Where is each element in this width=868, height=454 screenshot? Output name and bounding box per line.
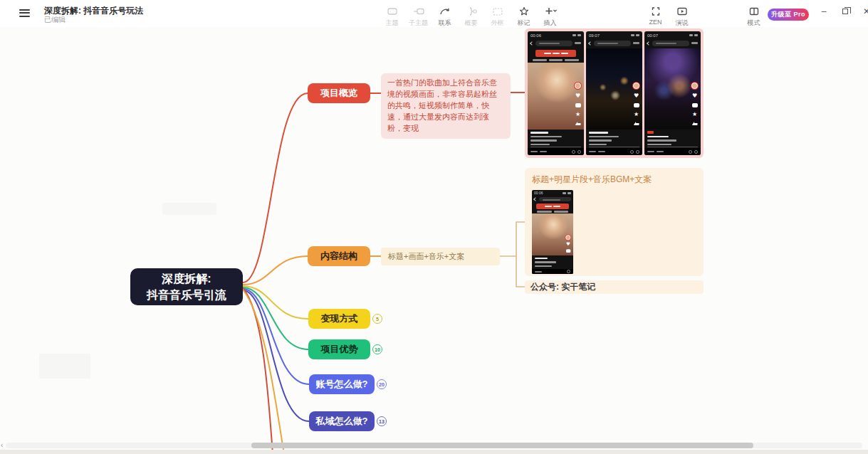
root-topic-line2: 抖音音乐号引流 <box>147 287 226 303</box>
toolbar-mode-group: 模式 <box>741 0 767 27</box>
comment-icon <box>566 249 570 253</box>
like-icon: ♥ <box>692 93 697 99</box>
phone-status-bar: 00:06 <box>530 33 581 38</box>
content-structure-detail-card[interactable]: 标题+明星片段+音乐BGM+文案 00:06 ♥ <box>525 168 704 276</box>
watermark <box>162 203 216 215</box>
progress-bar <box>530 147 581 147</box>
share-icon <box>692 122 698 125</box>
toolbar-marker-button[interactable]: 标记 <box>511 0 537 27</box>
phone-search-bar <box>589 40 639 46</box>
engagement-column: ♥ ★ <box>690 83 699 125</box>
avatar <box>565 235 570 240</box>
collapse-badge-advantages[interactable]: 10 <box>372 344 382 354</box>
back-icon <box>533 197 538 201</box>
like-icon: ♥ <box>566 243 570 247</box>
toolbar-subtopic-button[interactable]: 子主题 <box>405 0 432 27</box>
phone-screenshot-2[interactable]: 09:07 ♥ ★ <box>586 31 642 155</box>
topic-icon <box>386 6 399 17</box>
search-label-placeholder <box>691 42 698 44</box>
toolbar-main-group: 主题 子主题 联系 概要 外框 <box>379 0 563 27</box>
back-icon <box>530 41 534 46</box>
topic-content-structure[interactable]: 内容结构 <box>308 246 370 266</box>
toolbar-view-group: ZEN 演说 <box>642 0 695 27</box>
engagement-column: ♥ ★ <box>573 83 582 125</box>
phone-screenshot-1[interactable]: 00:06 ♥ ★ <box>528 31 584 155</box>
subtopic-icon <box>412 6 425 17</box>
phone-search-bar <box>534 196 571 201</box>
summary-icon <box>465 6 478 17</box>
collapse-badge-account[interactable]: 20 <box>377 379 387 389</box>
collapse-badge-monetization[interactable]: 5 <box>372 314 382 324</box>
upgrade-pro-button[interactable]: 升级至 Pro <box>768 9 809 21</box>
root-topic-line1: 深度拆解: <box>162 270 211 287</box>
window-restore-button[interactable] <box>837 4 853 19</box>
caption-lines <box>530 132 563 145</box>
play-icon <box>676 6 689 17</box>
search-pill <box>594 41 631 46</box>
relation-icon <box>439 6 451 17</box>
phone-bottom-bar <box>532 269 573 274</box>
toolbar-topic-button[interactable]: 主题 <box>379 0 405 27</box>
topic-monetization[interactable]: 变现方式 <box>308 309 370 329</box>
collapse-badge-private-domain[interactable]: 13 <box>377 416 387 426</box>
phone-search-bar <box>530 40 581 46</box>
comment-icon <box>634 103 639 107</box>
toolbar-relation-button[interactable]: 联系 <box>432 0 458 27</box>
topic-project-overview[interactable]: 项目概览 <box>308 83 370 103</box>
phone-status-bar: 00:07 <box>647 33 698 38</box>
signal-icons <box>563 192 571 194</box>
caption-lines <box>535 258 559 268</box>
phone-screenshot-detail[interactable]: 00:06 ♥ <box>532 190 573 274</box>
window-close-button[interactable]: ✕ <box>859 4 868 19</box>
note-content-structure[interactable]: 标题+画面+音乐+文案 <box>381 248 500 265</box>
topic-account-howto[interactable]: 账号怎么做? <box>309 374 375 394</box>
engagement-column: ♥ <box>565 235 572 253</box>
zen-brackets-icon <box>649 6 662 17</box>
note-project-overview[interactable]: 一首热门的歌曲加上符合音乐意境的视频画面，非常容易起粉丝的共鸣，短视频制作简单，… <box>381 73 511 139</box>
screenshot-card[interactable]: 00:06 ♥ ★ <box>525 28 704 158</box>
like-icon: ♥ <box>634 93 639 99</box>
toolbar-summary-button[interactable]: 概要 <box>458 0 484 27</box>
toolbar-insert-button[interactable]: 插入 <box>537 0 563 27</box>
phone-bottom-bar <box>528 148 584 155</box>
zen-mode-button[interactable]: ZEN <box>642 0 669 27</box>
text-placeholder <box>537 211 568 213</box>
scroll-left-arrow[interactable]: ‹ <box>1 441 3 449</box>
toolbar-boundary-button[interactable]: 外框 <box>484 0 511 27</box>
caption-lines <box>647 131 680 146</box>
scrollbar-thumb[interactable] <box>251 443 753 448</box>
comment-icon <box>692 103 698 107</box>
phone-bottom-bar <box>644 148 701 155</box>
topic-private-domain-howto[interactable]: 私域怎么做? <box>309 411 375 431</box>
present-button[interactable]: 演说 <box>669 0 695 27</box>
split-view-icon <box>748 6 760 17</box>
topic-project-advantages[interactable]: 项目优势 <box>308 339 370 359</box>
horizontal-scrollbar[interactable] <box>6 443 862 448</box>
back-icon <box>588 41 592 46</box>
phone-screenshot-3[interactable]: 00:07 ♥ ★ <box>644 31 701 155</box>
search-pill <box>535 41 572 46</box>
star-icon <box>518 6 530 17</box>
phone-status-bar: 00:06 <box>534 191 571 196</box>
phone-bottom-bar <box>586 148 642 155</box>
progress-bar <box>589 147 639 147</box>
engagement-column: ♥ ★ <box>632 83 641 125</box>
window-minimize-button[interactable]: – <box>816 4 832 19</box>
caption-red-tag <box>647 131 654 134</box>
favorite-icon: ★ <box>634 112 639 117</box>
like-icon: ♥ <box>575 93 580 99</box>
menu-icon[interactable] <box>19 9 30 17</box>
watermark <box>39 354 90 379</box>
progress-bar <box>647 147 698 147</box>
root-topic[interactable]: 深度拆解: 抖音音乐号引流 <box>130 268 243 305</box>
detail-card-title: 标题+明星片段+音乐BGM+文案 <box>532 174 696 186</box>
mode-button[interactable]: 模式 <box>741 0 767 27</box>
avatar <box>633 83 639 89</box>
mindmap-canvas[interactable]: 深度拆解: 抖音音乐号引流 项目概览 内容结构 变现方式 项目优势 账号怎么做?… <box>0 27 868 454</box>
comment-icon <box>575 103 581 107</box>
signal-icons <box>689 34 698 36</box>
note-official-account[interactable]: 公众号: 实干笔记 <box>525 280 704 294</box>
avatar <box>691 83 698 89</box>
boundary-icon <box>491 6 504 17</box>
phone-search-bar <box>647 40 698 46</box>
